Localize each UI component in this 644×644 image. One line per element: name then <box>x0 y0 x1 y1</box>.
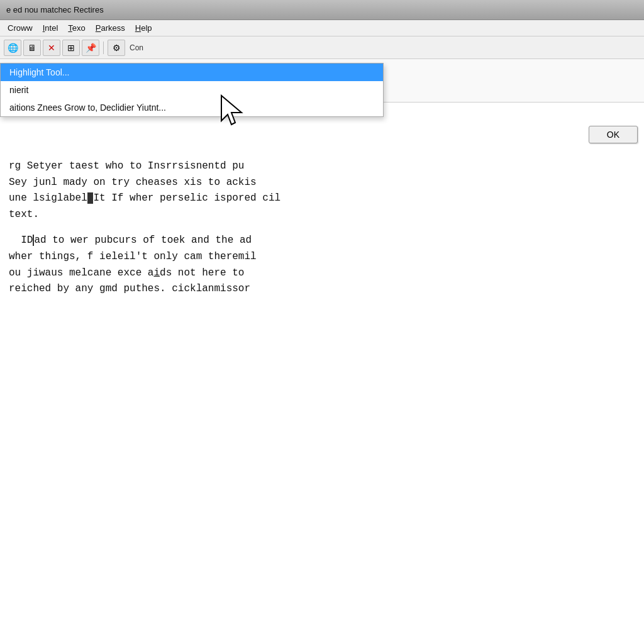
paragraph-2: IDad to wer pubcurs of toek and the ad w… <box>9 233 635 297</box>
ok-area: OK <box>589 126 638 143</box>
menu-texo[interactable]: Texo <box>63 22 90 34</box>
toolbar-1: 🌐 🖥 ✕ ⊞ 📌 ⚙ Con <box>0 36 644 59</box>
ok-button[interactable]: OK <box>589 126 638 143</box>
menu-parkess[interactable]: Parkess <box>91 22 130 34</box>
title-text: e ed nou matchec Rectires <box>6 5 104 14</box>
dropdown-item-aitions[interactable]: aitions Znees Grow to, Declidier Yiutnt.… <box>1 99 383 116</box>
content-text-1: rg Setyer taest who to Insrrsisnentd pu … <box>9 158 635 297</box>
dropdown-menu: Highlight Tool... nierit aitions Znees G… <box>0 63 384 117</box>
toolbar-globe-btn[interactable]: 🌐 <box>4 40 21 56</box>
con-label: Con <box>127 43 146 52</box>
toolbar-sep-1 <box>103 42 104 54</box>
toolbar-grid-btn[interactable]: ⊞ <box>62 40 80 56</box>
pin-icon: 📌 <box>86 43 96 53</box>
dropdown-item-nierit[interactable]: nierit <box>1 81 383 99</box>
dropdown-item-highlight-tool[interactable]: Highlight Tool... <box>1 64 383 81</box>
toolbar-pin-btn[interactable]: 📌 <box>82 40 99 56</box>
gear-icon: ⚙ <box>113 43 121 53</box>
menu-help[interactable]: Help <box>130 22 157 34</box>
paragraph-1: rg Setyer taest who to Insrrsisnentd pu … <box>9 158 635 223</box>
title-bar: e ed nou matchec Rectires <box>0 0 644 20</box>
globe-icon: 🌐 <box>8 43 18 53</box>
toolbar-monitor-btn[interactable]: 🖥 <box>23 40 41 56</box>
menu-intel[interactable]: Intel <box>38 22 64 34</box>
grid-icon: ⊞ <box>67 43 75 53</box>
toolbar-gear-btn[interactable]: ⚙ <box>108 40 125 56</box>
close-icon: ✕ <box>48 43 55 53</box>
menu-croww[interactable]: Croww <box>3 22 38 34</box>
content-area: rg Setyer taest who to Insrrsisnentd pu … <box>0 151 644 644</box>
menu-bar: Croww Intel Texo Parkess Help <box>0 20 644 36</box>
toolbar-close-btn[interactable]: ✕ <box>43 40 60 56</box>
monitor-icon: 🖥 <box>28 43 36 53</box>
